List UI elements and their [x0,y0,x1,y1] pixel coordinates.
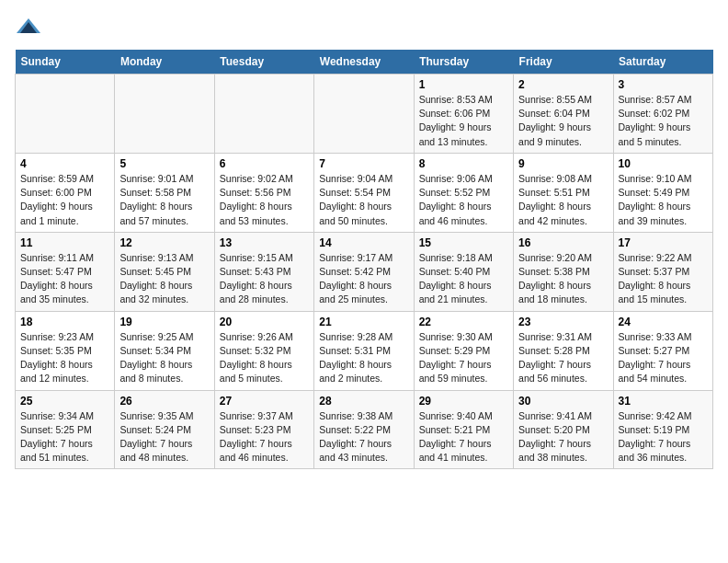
calendar-cell: 27Sunrise: 9:37 AM Sunset: 5:23 PM Dayli… [214,390,313,469]
header-day-sunday: Sunday [16,50,115,75]
header-row: SundayMondayTuesdayWednesdayThursdayFrid… [16,50,713,75]
day-number: 20 [220,316,309,328]
day-number: 5 [119,157,209,170]
day-detail: Sunrise: 9:42 AM Sunset: 5:19 PM Dayligh… [619,409,708,465]
day-number: 25 [20,395,109,408]
calendar-cell: 18Sunrise: 9:23 AM Sunset: 5:35 PM Dayli… [16,311,115,390]
calendar-cell [16,75,115,154]
calendar-cell: 3Sunrise: 8:57 AM Sunset: 6:02 PM Daylig… [613,75,712,154]
day-number: 23 [518,316,608,328]
calendar-cell: 10Sunrise: 9:10 AM Sunset: 5:49 PM Dayli… [613,153,712,232]
calendar-cell: 25Sunrise: 9:34 AM Sunset: 5:25 PM Dayli… [16,390,115,469]
day-detail: Sunrise: 9:02 AM Sunset: 5:56 PM Dayligh… [220,172,309,228]
day-number: 18 [20,316,109,328]
day-number: 22 [419,316,508,328]
calendar-cell: 4Sunrise: 8:59 AM Sunset: 6:00 PM Daylig… [16,153,115,232]
logo [15,15,44,42]
calendar-cell [115,75,214,154]
day-detail: Sunrise: 9:30 AM Sunset: 5:29 PM Dayligh… [419,330,508,386]
header-day-thursday: Thursday [414,50,513,75]
day-number: 26 [119,395,209,408]
day-detail: Sunrise: 9:33 AM Sunset: 5:27 PM Dayligh… [619,330,708,386]
calendar-cell: 31Sunrise: 9:42 AM Sunset: 5:19 PM Dayli… [613,390,712,469]
day-detail: Sunrise: 9:13 AM Sunset: 5:45 PM Dayligh… [119,251,209,307]
day-detail: Sunrise: 9:40 AM Sunset: 5:21 PM Dayligh… [419,409,508,465]
header-day-tuesday: Tuesday [214,50,313,75]
calendar-cell: 28Sunrise: 9:38 AM Sunset: 5:22 PM Dayli… [314,390,414,469]
day-number: 31 [619,395,708,408]
calendar-cell: 9Sunrise: 9:08 AM Sunset: 5:51 PM Daylig… [514,153,613,232]
day-detail: Sunrise: 9:41 AM Sunset: 5:20 PM Dayligh… [518,409,608,465]
header-day-wednesday: Wednesday [314,50,414,75]
calendar-cell: 8Sunrise: 9:06 AM Sunset: 5:52 PM Daylig… [414,153,513,232]
day-number: 19 [119,316,209,328]
day-detail: Sunrise: 9:28 AM Sunset: 5:31 PM Dayligh… [319,330,408,386]
day-detail: Sunrise: 9:18 AM Sunset: 5:40 PM Dayligh… [419,251,508,307]
calendar-cell: 29Sunrise: 9:40 AM Sunset: 5:21 PM Dayli… [414,390,513,469]
day-detail: Sunrise: 8:59 AM Sunset: 6:00 PM Dayligh… [20,172,109,228]
day-number: 2 [518,78,608,91]
header-day-monday: Monday [115,50,214,75]
calendar-cell: 20Sunrise: 9:26 AM Sunset: 5:32 PM Dayli… [214,311,313,390]
day-number: 9 [518,157,608,170]
day-detail: Sunrise: 9:26 AM Sunset: 5:32 PM Dayligh… [220,330,309,386]
day-detail: Sunrise: 9:22 AM Sunset: 5:37 PM Dayligh… [619,251,708,307]
day-number: 27 [220,395,309,408]
calendar-cell: 6Sunrise: 9:02 AM Sunset: 5:56 PM Daylig… [214,153,313,232]
calendar-cell: 23Sunrise: 9:31 AM Sunset: 5:28 PM Dayli… [514,311,613,390]
calendar-cell: 26Sunrise: 9:35 AM Sunset: 5:24 PM Dayli… [115,390,214,469]
calendar-cell: 11Sunrise: 9:11 AM Sunset: 5:47 PM Dayli… [16,232,115,311]
day-detail: Sunrise: 9:08 AM Sunset: 5:51 PM Dayligh… [518,172,608,228]
day-detail: Sunrise: 9:15 AM Sunset: 5:43 PM Dayligh… [220,251,309,307]
day-number: 10 [619,157,708,170]
header-day-saturday: Saturday [613,50,712,75]
day-detail: Sunrise: 9:17 AM Sunset: 5:42 PM Dayligh… [319,251,408,307]
day-detail: Sunrise: 8:55 AM Sunset: 6:04 PM Dayligh… [518,93,608,149]
calendar-week-3: 11Sunrise: 9:11 AM Sunset: 5:47 PM Dayli… [16,232,713,311]
calendar-cell: 7Sunrise: 9:04 AM Sunset: 5:54 PM Daylig… [314,153,414,232]
calendar-header: SundayMondayTuesdayWednesdayThursdayFrid… [16,50,713,75]
day-detail: Sunrise: 9:20 AM Sunset: 5:38 PM Dayligh… [518,251,608,307]
day-number: 30 [518,395,608,408]
calendar-cell: 17Sunrise: 9:22 AM Sunset: 5:37 PM Dayli… [613,232,712,311]
calendar-cell: 19Sunrise: 9:25 AM Sunset: 5:34 PM Dayli… [115,311,214,390]
calendar-week-5: 25Sunrise: 9:34 AM Sunset: 5:25 PM Dayli… [16,390,713,469]
calendar-cell: 16Sunrise: 9:20 AM Sunset: 5:38 PM Dayli… [514,232,613,311]
day-number: 13 [220,236,309,249]
day-number: 16 [518,236,608,249]
day-detail: Sunrise: 9:34 AM Sunset: 5:25 PM Dayligh… [20,409,109,465]
calendar-cell: 2Sunrise: 8:55 AM Sunset: 6:04 PM Daylig… [514,75,613,154]
day-number: 7 [319,157,408,170]
day-number: 4 [20,157,109,170]
day-detail: Sunrise: 9:31 AM Sunset: 5:28 PM Dayligh… [518,330,608,386]
day-number: 17 [619,236,708,249]
calendar-cell: 22Sunrise: 9:30 AM Sunset: 5:29 PM Dayli… [414,311,513,390]
day-detail: Sunrise: 9:06 AM Sunset: 5:52 PM Dayligh… [419,172,508,228]
calendar-week-1: 1Sunrise: 8:53 AM Sunset: 6:06 PM Daylig… [16,75,713,154]
day-number: 15 [419,236,508,249]
day-number: 29 [419,395,508,408]
day-detail: Sunrise: 9:25 AM Sunset: 5:34 PM Dayligh… [119,330,209,386]
day-detail: Sunrise: 9:04 AM Sunset: 5:54 PM Dayligh… [319,172,408,228]
header-day-friday: Friday [514,50,613,75]
calendar-cell: 14Sunrise: 9:17 AM Sunset: 5:42 PM Dayli… [314,232,414,311]
calendar-cell: 13Sunrise: 9:15 AM Sunset: 5:43 PM Dayli… [214,232,313,311]
day-detail: Sunrise: 9:01 AM Sunset: 5:58 PM Dayligh… [119,172,209,228]
calendar-body: 1Sunrise: 8:53 AM Sunset: 6:06 PM Daylig… [16,75,713,469]
day-detail: Sunrise: 8:57 AM Sunset: 6:02 PM Dayligh… [619,93,708,149]
day-number: 28 [319,395,408,408]
day-detail: Sunrise: 9:23 AM Sunset: 5:35 PM Dayligh… [20,330,109,386]
calendar-cell: 12Sunrise: 9:13 AM Sunset: 5:45 PM Dayli… [115,232,214,311]
day-number: 11 [20,236,109,249]
day-number: 1 [419,78,508,91]
calendar-week-4: 18Sunrise: 9:23 AM Sunset: 5:35 PM Dayli… [16,311,713,390]
day-detail: Sunrise: 9:10 AM Sunset: 5:49 PM Dayligh… [619,172,708,228]
day-detail: Sunrise: 9:35 AM Sunset: 5:24 PM Dayligh… [119,409,209,465]
calendar-cell [314,75,414,154]
calendar-cell: 1Sunrise: 8:53 AM Sunset: 6:06 PM Daylig… [414,75,513,154]
day-number: 24 [619,316,708,328]
calendar-table: SundayMondayTuesdayWednesdayThursdayFrid… [15,50,713,469]
day-number: 14 [319,236,408,249]
day-number: 3 [619,78,708,91]
day-number: 21 [319,316,408,328]
